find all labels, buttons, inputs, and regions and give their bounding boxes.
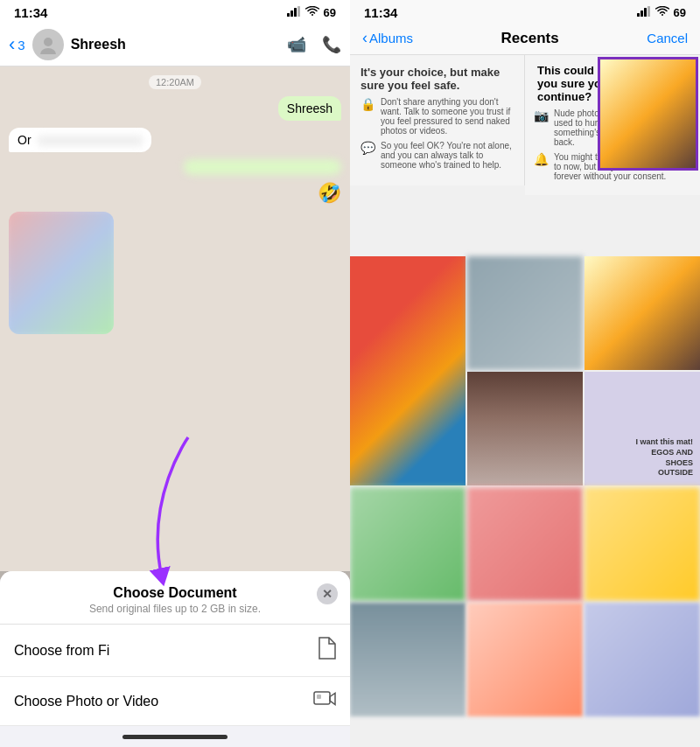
sensitive-left-panel: It's your choice, but make sure you feel… — [350, 55, 525, 185]
right-status-bar: 11:34 69 — [350, 0, 700, 24]
choose-from-files-item[interactable]: Choose from Fi — [0, 625, 350, 677]
bottom-sheet-overlay: Choose Document Send original files up t… — [0, 571, 350, 747]
photo-item-2[interactable] — [467, 256, 583, 370]
sensitive-left-title: It's your choice, but make sure you feel… — [360, 66, 514, 92]
battery-right: 69 — [674, 6, 686, 19]
blurred-content — [38, 136, 143, 146]
photo-picker-header: ‹ Albums Recents Cancel — [350, 24, 700, 55]
photo-item-5[interactable]: I want this mat! EGOS AND SHOES OUTSIDE — [584, 372, 700, 485]
emoji-message: 🤣 — [318, 182, 341, 205]
svg-rect-9 — [637, 13, 640, 17]
right-status-icons: 69 — [637, 6, 686, 19]
sensitive-text-2: So you feel OK? You're not alone, and yo… — [381, 141, 514, 170]
svg-rect-0 — [287, 13, 290, 17]
contact-avatar — [32, 29, 64, 60]
svg-point-5 — [40, 48, 56, 54]
battery-icon: 69 — [324, 6, 336, 19]
sign-text-top: I want this mat! — [635, 437, 693, 448]
bottom-sheet: Choose Document Send original files up t… — [0, 571, 350, 747]
svg-rect-3 — [298, 6, 300, 17]
bubble-text: Or — [18, 133, 32, 147]
media-preview — [9, 212, 114, 334]
svg-point-4 — [44, 38, 52, 46]
photo-grid: I want this mat! EGOS AND SHOES OUTSIDE — [350, 256, 700, 716]
signal-icon — [287, 6, 301, 19]
right-time: 11:34 — [364, 5, 397, 20]
albums-back-button[interactable]: ‹ Albums — [362, 29, 413, 47]
photo-item-7[interactable] — [467, 487, 583, 601]
right-panel: 11:34 69 ‹ — [350, 0, 700, 747]
choose-photo-label: Choose Photo or Video — [14, 694, 158, 709]
sheet-header: Choose Document Send original files up t… — [0, 571, 350, 625]
photo-item-10[interactable] — [467, 603, 583, 716]
svg-rect-2 — [294, 8, 297, 17]
message-bubble-sent-1: Shreesh — [278, 96, 341, 121]
cancel-button[interactable]: Cancel — [647, 31, 688, 45]
header-action-icons: 📹 📞 — [287, 35, 341, 54]
svg-rect-10 — [640, 10, 643, 17]
svg-rect-6 — [314, 692, 330, 704]
wifi-icon-right — [655, 6, 669, 19]
photo-grid-area: It's your choice, but make sure you feel… — [350, 55, 700, 747]
photo-item-1[interactable] — [350, 256, 466, 485]
phone-call-icon[interactable]: 📞 — [322, 35, 341, 54]
left-time: 11:34 — [14, 5, 47, 20]
photo-item-8[interactable] — [584, 487, 700, 601]
photo-item-6[interactable] — [350, 487, 466, 601]
selected-photo-image — [600, 59, 696, 168]
sign-text-bottom: EGOS AND SHOES OUTSIDE — [651, 448, 693, 478]
back-button[interactable]: ‹ 3 — [9, 33, 25, 56]
sensitive-item-1: 🔒 Don't share anything you don't want. T… — [360, 97, 514, 136]
contact-name: Shreesh — [71, 37, 280, 52]
home-indicator — [0, 726, 350, 747]
chat-header: ‹ 3 Shreesh 📹 📞 — [0, 24, 350, 66]
signal-icon-right — [637, 6, 651, 19]
lock-icon: 🔒 — [360, 97, 375, 111]
sensitive-text-1: Don't share anything you don't want. Tal… — [381, 97, 514, 136]
date-label: 12:20AM — [149, 75, 201, 89]
photo-video-icon — [313, 689, 336, 713]
sensitive-item-2: 💬 So you feel OK? You're not alone, and … — [360, 141, 514, 170]
left-status-bar: 11:34 69 — [0, 0, 350, 24]
back-chevron-right: ‹ — [362, 29, 368, 47]
message-bubble-sent-blurred — [184, 159, 341, 175]
photo-item-11[interactable] — [584, 603, 700, 716]
selected-photo-thumbnail[interactable] — [598, 57, 698, 171]
svg-rect-12 — [648, 6, 650, 17]
choose-photo-video-item[interactable]: Choose Photo or Video — [0, 677, 350, 726]
photo-item-9[interactable] — [350, 603, 466, 716]
left-status-icons: 69 — [287, 6, 336, 19]
file-icon — [317, 637, 336, 664]
back-chevron: ‹ — [9, 33, 15, 56]
sheet-title: Choose Document — [113, 585, 236, 601]
photo-item-4[interactable] — [467, 372, 583, 485]
albums-label: Albums — [369, 31, 413, 45]
video-call-icon[interactable]: 📹 — [287, 35, 306, 54]
svg-rect-7 — [317, 695, 321, 699]
choose-files-label: Choose from Fi — [14, 643, 109, 659]
recents-title: Recents — [501, 30, 559, 47]
back-count: 3 — [18, 38, 24, 52]
photo-item-3[interactable] — [584, 256, 700, 370]
camera-icon: 📷 — [534, 108, 549, 122]
sheet-close-button[interactable]: ✕ — [317, 583, 338, 604]
chat-icon: 💬 — [360, 141, 375, 155]
svg-rect-1 — [290, 10, 293, 17]
bubble-text: Shreesh — [287, 101, 332, 115]
wifi-icon — [305, 6, 319, 19]
message-bubble-received-1: Or — [9, 128, 151, 152]
svg-rect-11 — [644, 8, 647, 17]
sheet-subtitle: Send original files up to 2 GB in size. — [89, 603, 261, 615]
left-panel: 11:34 69 ‹ — [0, 0, 350, 747]
bell-icon: 🔔 — [534, 152, 549, 166]
